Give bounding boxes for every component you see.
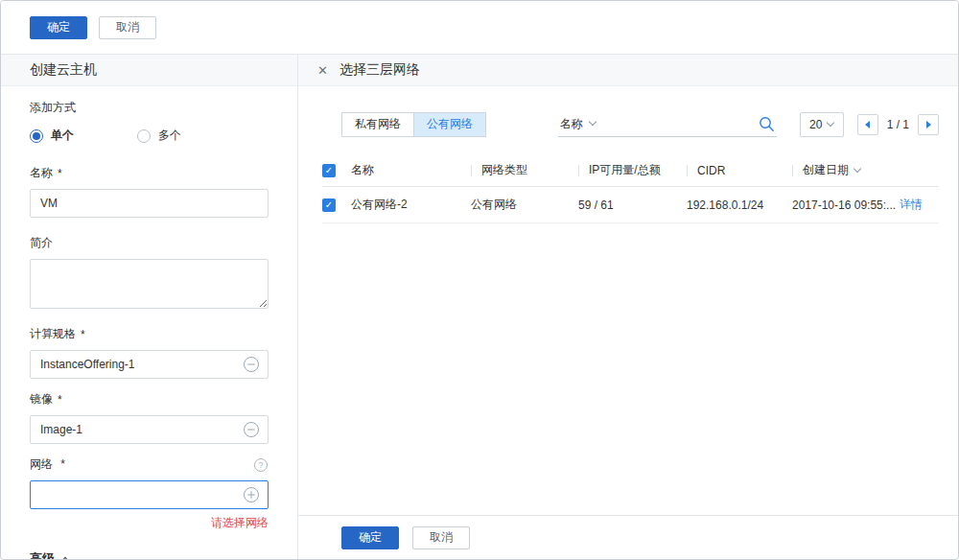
network-error: 请选择网络: [30, 515, 269, 531]
cell-create-date: 2017-10-16 09:55:...: [792, 198, 900, 212]
prev-page-button[interactable]: [857, 114, 878, 135]
image-value: Image-1: [40, 423, 82, 436]
column-divider: [578, 165, 579, 176]
offering-label-text: 计算规格: [30, 326, 76, 342]
select-network-panel: ✕ 选择三层网络 私有网络 公有网络 名称: [298, 55, 958, 559]
network-field[interactable]: [30, 480, 269, 509]
name-label: 名称 *: [30, 165, 269, 181]
tab-private-network[interactable]: 私有网络: [341, 112, 414, 137]
toolbar: 私有网络 公有网络 名称 20: [341, 111, 939, 137]
table-row[interactable]: ✓ 公有网络-2 公有网络 59 / 61 192.168.0.1/24: [322, 187, 939, 223]
pagination: 1 / 1: [857, 114, 939, 135]
create-vm-window: 确定 取消 创建云主机 添加方式 单个 多个: [0, 0, 959, 560]
remove-image-icon[interactable]: [243, 421, 260, 438]
network-table: ✓ 名称 网络类型 IP可用量/总额: [322, 154, 939, 223]
required-asterisk: *: [58, 167, 62, 180]
left-panel-header: 创建云主机: [1, 55, 297, 86]
next-page-button[interactable]: [918, 114, 939, 135]
column-divider: [792, 165, 793, 176]
table-header: ✓ 名称 网络类型 IP可用量/总额: [322, 154, 939, 187]
required-asterisk: *: [58, 393, 62, 407]
radio-multiple-label: 多个: [158, 128, 181, 144]
next-page-icon: [926, 121, 931, 128]
cell-ip-quota: 59 / 61: [578, 198, 687, 212]
right-panel-title: 选择三层网络: [339, 61, 420, 79]
add-mode-label: 添加方式: [30, 100, 269, 116]
network-label-row: 网络 * ?: [30, 456, 269, 473]
chevron-up-icon: [61, 557, 69, 559]
network-list-body: 私有网络 公有网络 名称 20: [298, 86, 958, 515]
chevron-down-icon: [588, 118, 596, 126]
offering-label: 计算规格 *: [30, 326, 269, 342]
svg-text:?: ?: [258, 460, 263, 470]
radio-unselected-icon: [137, 129, 151, 143]
panel-footer: 确定 取消: [298, 515, 958, 559]
network-label-text: 网络: [30, 457, 53, 471]
advanced-toggle[interactable]: 高级: [30, 550, 269, 559]
network-label: 网络 *: [30, 456, 65, 473]
left-panel-title: 创建云主机: [30, 61, 97, 79]
sort-caret-icon: [854, 164, 861, 172]
header-ip-quota: IP可用量/总额: [578, 162, 687, 178]
advanced-label: 高级: [30, 550, 55, 559]
page-size-value: 20: [809, 118, 822, 131]
cancel-button[interactable]: 取消: [412, 526, 470, 549]
intro-label: 简介: [30, 235, 269, 251]
search-field[interactable]: 名称: [558, 111, 777, 137]
network-tabs: 私有网络 公有网络: [341, 112, 486, 137]
header-name: 名称: [351, 162, 471, 178]
intro-textarea[interactable]: [30, 259, 269, 309]
page-size-select[interactable]: 20: [800, 112, 844, 137]
offering-value: InstanceOffering-1: [40, 358, 135, 371]
main-area: 创建云主机 添加方式 单个 多个 名称 *: [1, 55, 958, 559]
remove-offering-icon[interactable]: [243, 356, 260, 373]
search-field-label: 名称: [560, 116, 583, 132]
cell-network-type: 公有网络: [471, 197, 578, 213]
help-icon[interactable]: ?: [253, 457, 269, 473]
cell-cidr: 192.168.0.1/24: [687, 198, 792, 212]
header-create-date[interactable]: 创建日期: [792, 162, 900, 178]
add-mode-options: 单个 多个: [30, 128, 269, 144]
header-cidr: CIDR: [687, 164, 792, 177]
chevron-down-icon: [827, 118, 834, 126]
image-label-text: 镜像: [30, 391, 53, 408]
empty-space: [322, 223, 939, 515]
topbar-cancel-button[interactable]: 取消: [99, 16, 156, 39]
required-asterisk: *: [60, 457, 65, 471]
close-icon[interactable]: ✕: [317, 64, 328, 77]
detail-link[interactable]: 详情: [900, 197, 923, 213]
check-icon: ✓: [325, 166, 333, 175]
radio-multiple[interactable]: 多个: [137, 128, 181, 144]
topbar-confirm-button[interactable]: 确定: [30, 16, 87, 39]
page-indicator: 1 / 1: [887, 118, 909, 131]
radio-selected-icon: [30, 129, 43, 143]
select-all-checkbox[interactable]: ✓: [322, 164, 336, 177]
required-asterisk: *: [81, 328, 85, 341]
tab-public-network[interactable]: 公有网络: [413, 112, 486, 137]
prev-page-icon: [865, 121, 870, 128]
offering-field[interactable]: InstanceOffering-1: [30, 350, 269, 379]
radio-single[interactable]: 单个: [30, 128, 74, 144]
right-panel-header: ✕ 选择三层网络: [298, 55, 958, 86]
create-vm-form: 添加方式 单个 多个 名称 * 简介: [1, 86, 297, 559]
topbar: 确定 取消: [1, 1, 958, 55]
image-label: 镜像 *: [30, 391, 269, 408]
name-input[interactable]: [30, 189, 269, 218]
confirm-button[interactable]: 确定: [341, 526, 399, 549]
cell-name: 公有网络-2: [351, 197, 471, 213]
check-icon: ✓: [325, 200, 333, 210]
header-network-type: 网络类型: [471, 162, 578, 178]
column-divider: [471, 165, 472, 176]
image-field[interactable]: Image-1: [30, 415, 269, 444]
column-divider: [687, 165, 688, 176]
add-network-icon[interactable]: [243, 486, 260, 503]
row-checkbox[interactable]: ✓: [322, 198, 336, 212]
name-label-text: 名称: [30, 165, 53, 181]
search-icon[interactable]: [759, 116, 775, 132]
radio-single-label: 单个: [51, 128, 74, 144]
create-vm-panel: 创建云主机 添加方式 单个 多个 名称 *: [1, 55, 298, 559]
